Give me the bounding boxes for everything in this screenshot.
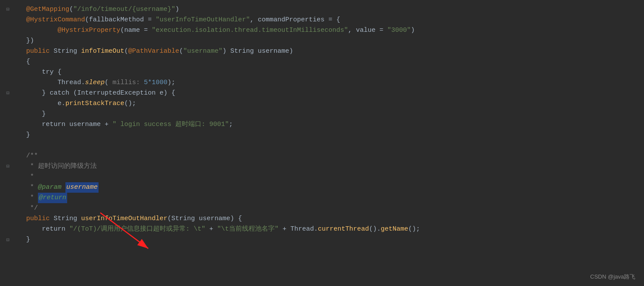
code-line-6: { [26, 57, 635, 67]
code-token: + [205, 224, 217, 235]
code-token [26, 25, 58, 36]
code-token: e. [26, 99, 65, 109]
code-token: (). [369, 224, 381, 235]
code-content: @GetMapping("/info/timeout/{username}") … [26, 4, 635, 245]
code-token: "username" [183, 46, 222, 57]
code-token: ( [124, 46, 128, 57]
code-token [61, 182, 65, 193]
fold-icon-comment[interactable]: ⊟ [3, 163, 12, 170]
code-line-15: /** [26, 151, 635, 161]
code-token: * [26, 182, 38, 193]
code-token: fallbackMethod [89, 15, 144, 25]
code-token: "/(ToT)/调用用户信息接口超时或异常: \t" [69, 224, 205, 235]
code-token: = [144, 15, 156, 25]
code-line-4: }) [26, 36, 635, 46]
code-token: currentThread [318, 224, 369, 235]
fold-icon-5[interactable]: ⊟ [3, 90, 12, 96]
code-line-14 [26, 140, 635, 151]
code-token: ( [69, 4, 73, 15]
code-line-19: * @return [26, 193, 635, 203]
code-token: userInfoTimeOutHandler [81, 214, 167, 224]
code-line-5: public String infoTimeOut(@PathVariable(… [26, 46, 635, 57]
code-token: } catch (InterruptedException e) { [26, 88, 175, 99]
code-token: name [124, 25, 140, 36]
code-token: public [26, 46, 50, 57]
code-line-11: } [26, 109, 635, 119]
code-line-16: * 超时访问的降级方法 [26, 161, 635, 172]
code-line-12: return username + " login success 超时端口: … [26, 119, 635, 130]
code-token: public [26, 214, 50, 224]
code-token: String [50, 214, 81, 224]
code-line-22: return "/(ToT)/调用用户信息接口超时或异常: \t" + "\t当… [26, 224, 635, 235]
code-line-7: try { [26, 67, 635, 78]
code-token: @PathVariable [128, 46, 179, 57]
code-token: @param [38, 182, 61, 193]
code-token: * 超时访问的降级方法 [26, 161, 97, 172]
code-token: (String username) { [167, 214, 242, 224]
code-token: (); [124, 99, 136, 109]
code-token: */ [26, 203, 38, 214]
code-token: @HystrixProperty [58, 25, 120, 36]
code-line-17: * [26, 172, 635, 182]
code-token: Thread. [26, 78, 85, 88]
code-line-3: @HystrixProperty(name = "execution.isola… [26, 25, 635, 36]
code-token: (); [408, 224, 420, 235]
code-token: " login success 超时端口: 9001" [112, 119, 229, 130]
code-token: } [26, 235, 30, 245]
code-token: + Thread. [279, 224, 318, 235]
code-token: }) [26, 36, 34, 46]
code-token: * [26, 172, 34, 182]
code-token: String [50, 46, 81, 57]
code-token: infoTimeOut [81, 46, 124, 57]
code-line-13: } [26, 130, 635, 140]
code-line-20: */ [26, 203, 635, 214]
code-token: = [375, 25, 387, 36]
code-token: ( [85, 15, 89, 25]
code-token: ) String username) [222, 46, 293, 57]
watermark: CSDN @java路飞 [590, 273, 636, 281]
code-editor: ⊟ ⊟ ⊟ ⊟ @GetMapping("/info/timeout/{user… [0, 0, 644, 286]
code-token: ( [120, 25, 124, 36]
code-token: = { [324, 15, 340, 25]
code-token: @HystrixCommand [26, 15, 85, 25]
code-line-9: } catch (InterruptedException e) { [26, 88, 635, 99]
code-token [140, 78, 144, 88]
code-line-18: * @param username [26, 182, 635, 193]
code-token-username: username [65, 182, 99, 193]
code-token: { [26, 57, 30, 67]
code-line-1: @GetMapping("/info/timeout/{username}") [26, 4, 635, 15]
code-token: "3000" [387, 25, 411, 36]
code-token: ) [411, 25, 415, 36]
code-token: ); [167, 78, 175, 88]
code-token: ; [229, 119, 233, 130]
code-token: 5*1000 [144, 78, 167, 88]
code-token: = [140, 25, 152, 36]
code-token: ( [105, 78, 112, 88]
code-token: "\t当前线程池名字" [217, 224, 279, 235]
code-line-10: e.printStackTrace(); [26, 99, 635, 109]
code-token: getName [381, 224, 408, 235]
code-gutter: ⊟ ⊟ ⊟ ⊟ [0, 0, 24, 286]
code-token: /** [26, 151, 38, 161]
code-token: return [26, 224, 69, 235]
code-token: "execution.isolation.thread.timeoutInMil… [152, 25, 348, 36]
code-token: * [26, 193, 38, 203]
fold-icon-1[interactable]: ⊟ [3, 6, 12, 13]
code-token: ) [175, 4, 179, 15]
code-token: , [250, 15, 258, 25]
code-token: , [348, 25, 356, 36]
code-token: "/info/timeout/{username}" [73, 4, 175, 15]
code-token: millis: [112, 78, 140, 88]
fold-icon-method[interactable]: ⊟ [3, 237, 12, 243]
code-token: try { [26, 67, 61, 78]
code-token: commandProperties [258, 15, 324, 25]
code-line-2: @HystrixCommand(fallbackMethod = "userIn… [26, 15, 635, 25]
code-token: "userInfoTimeOutHandler" [156, 15, 250, 25]
code-token: } [26, 130, 30, 140]
code-line-23: } [26, 235, 635, 245]
code-token: sleep [85, 78, 105, 88]
code-token-return: @return [38, 193, 67, 203]
code-token: @GetMapping [26, 4, 69, 15]
code-token: return username + [26, 119, 112, 130]
code-token: } [26, 109, 46, 119]
